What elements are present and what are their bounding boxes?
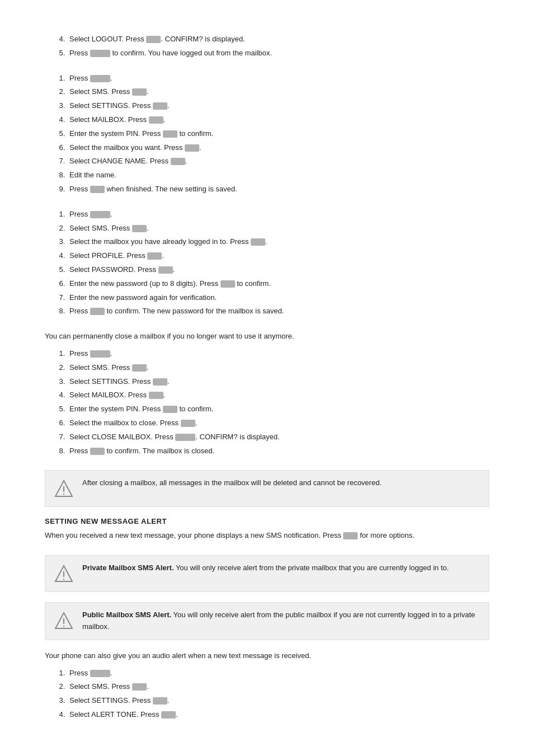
- button-indicator: [343, 532, 358, 539]
- list-item: Press to confirm. You have logged out fr…: [67, 48, 489, 59]
- list-item: Enter the system PIN. Press to confirm.: [67, 128, 489, 140]
- step-text-after: . CONFIRM? is displayed.: [161, 35, 245, 43]
- button-indicator: [132, 683, 147, 691]
- button-indicator: [163, 406, 177, 413]
- step-text: Enter the system PIN. Press: [69, 129, 163, 138]
- step-text-after: to confirm. You have logged out from the…: [110, 49, 272, 57]
- step-text: Press: [69, 185, 90, 193]
- step-text-after: to confirm. The new password for the mai…: [105, 307, 284, 315]
- step-text: Enter the new password (up to 8 digits).…: [69, 279, 221, 288]
- svg-point-8: [63, 626, 64, 627]
- step-text-after: .: [163, 391, 166, 399]
- step-text-after: .: [110, 669, 113, 677]
- step-text: Select PROFILE. Press: [69, 251, 147, 260]
- step-text: Select the mailbox you have already logg…: [69, 237, 251, 246]
- step-text: Press: [69, 210, 90, 218]
- list-item: Select MAILBOX. Press .: [67, 114, 489, 126]
- rename-mailbox-section: Press . Select SMS. Press . Select SETTI…: [45, 73, 489, 195]
- private-note-body: You will only receive alert from the pri…: [174, 564, 449, 572]
- list-item: Enter the system PIN. Press to confirm.: [67, 403, 489, 415]
- close-mailbox-note-box: After closing a mailbox, all messages in…: [45, 470, 489, 507]
- private-note-label: Private Mailbox SMS Alert.: [82, 564, 174, 572]
- step-text: Press: [69, 447, 90, 455]
- step-text-after: .: [147, 682, 149, 691]
- step-text: Edit the name.: [69, 171, 116, 179]
- list-item: Select SMS. Press .: [67, 223, 489, 234]
- list-item: Edit the name.: [67, 170, 489, 181]
- warning-icon-private: [53, 564, 74, 585]
- list-item: Select LOGOUT. Press . CONFIRM? is displ…: [67, 34, 489, 45]
- button-indicator: [161, 711, 176, 719]
- list-item: Enter the new password again for verific…: [67, 292, 489, 304]
- button-indicator: [185, 144, 199, 152]
- warning-icon: [53, 478, 74, 500]
- button-indicator: [146, 36, 161, 43]
- list-item: Press to confirm. The mailbox is closed.: [67, 445, 489, 457]
- public-mailbox-note-text: Public Mailbox SMS Alert. You will only …: [82, 609, 481, 633]
- svg-point-5: [63, 579, 64, 580]
- step-text-after: to confirm.: [177, 129, 213, 138]
- step-text-after: to confirm. The mailbox is closed.: [105, 447, 214, 455]
- step-text: Select SMS. Press: [69, 224, 132, 232]
- button-indicator: [132, 225, 147, 232]
- list-item: Press .: [67, 209, 489, 220]
- list-item: Press when finished. The new setting is …: [67, 184, 489, 195]
- setting-alert-title: SETTING NEW MESSAGE ALERT: [45, 517, 489, 525]
- step-text: Select CLOSE MAILBOX. Press: [69, 433, 175, 441]
- step-text-after: .: [167, 377, 170, 386]
- list-item: Select CHANGE NAME. Press .: [67, 156, 489, 167]
- button-indicator: [132, 364, 147, 372]
- public-note-label: Public Mailbox SMS Alert.: [82, 611, 171, 619]
- button-indicator: [90, 75, 110, 82]
- step-text-after: .: [176, 710, 178, 719]
- button-indicator: [149, 116, 163, 124]
- step-text: Select PASSWORD. Press: [69, 265, 158, 274]
- list-item: Select SMS. Press .: [67, 86, 489, 98]
- button-indicator: [175, 434, 195, 441]
- step-text: Select LOGOUT. Press: [69, 35, 146, 43]
- step-text-after: .: [147, 87, 149, 96]
- list-item: Press .: [67, 73, 489, 84]
- button-indicator: [90, 50, 110, 57]
- button-indicator: [153, 102, 167, 110]
- list-item: Press .: [67, 668, 489, 679]
- button-indicator: [181, 420, 195, 427]
- list-item: Select the mailbox to close. Press .: [67, 417, 489, 429]
- step-text-after: .: [185, 157, 188, 165]
- button-indicator: [149, 392, 163, 399]
- step-text: Select SMS. Press: [69, 682, 132, 691]
- button-indicator: [132, 88, 147, 96]
- step-text: Enter the new password again for verific…: [69, 293, 217, 302]
- step-text-after: to confirm.: [177, 405, 213, 413]
- list-item: Select CLOSE MAILBOX. Press . CONFIRM? i…: [67, 431, 489, 443]
- step-text: Select SETTINGS. Press: [69, 696, 153, 705]
- step-text-after: when finished. The new setting is saved.: [105, 185, 237, 193]
- list-item: Press .: [67, 348, 489, 360]
- step-text: Press: [69, 669, 90, 677]
- setting-alert-section: SETTING NEW MESSAGE ALERT When you recei…: [45, 517, 489, 542]
- svg-point-2: [63, 494, 64, 495]
- button-indicator: [90, 186, 105, 193]
- step-text: Select the mailbox to close. Press: [69, 419, 181, 427]
- step-text: Select SETTINGS. Press: [69, 377, 153, 386]
- step-text-after: . CONFIRM? is displayed.: [195, 433, 279, 441]
- logout-section: Select LOGOUT. Press . CONFIRM? is displ…: [45, 34, 489, 59]
- step-text-after: .: [110, 210, 113, 218]
- list-item: Select SETTINGS. Press .: [67, 695, 489, 707]
- list-item: Select MAILBOX. Press .: [67, 389, 489, 401]
- button-indicator: [147, 252, 162, 260]
- list-item: Select SMS. Press .: [67, 681, 489, 693]
- button-indicator: [221, 280, 235, 288]
- change-password-section: Press . Select SMS. Press . Select the m…: [45, 209, 489, 317]
- close-intro-text: You can permanently close a mailbox if y…: [45, 331, 489, 342]
- list-item: Press to confirm. The new password for t…: [67, 306, 489, 317]
- button-indicator: [90, 211, 110, 218]
- step-text-after: .: [163, 115, 166, 124]
- list-item: Select SETTINGS. Press .: [67, 100, 489, 112]
- step-text: Select MAILBOX. Press: [69, 391, 149, 399]
- step-text: Select MAILBOX. Press: [69, 115, 149, 124]
- button-indicator: [153, 697, 167, 705]
- private-mailbox-note-box: Private Mailbox SMS Alert. You will only…: [45, 555, 489, 592]
- step-text: Press: [69, 349, 90, 358]
- step-text: Enter the system PIN. Press: [69, 405, 163, 413]
